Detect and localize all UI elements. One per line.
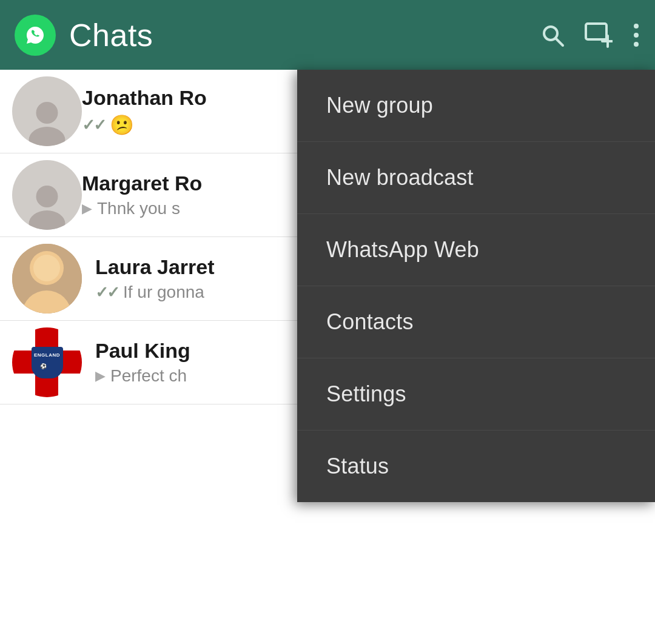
- play-icon-margaret: ▶: [82, 201, 92, 216]
- menu-item-whatsapp-web[interactable]: WhatsApp Web: [297, 214, 655, 286]
- svg-rect-3: [586, 24, 606, 39]
- svg-point-12: [29, 210, 66, 230]
- avatar-laura: [12, 244, 82, 314]
- app-title: Chats: [69, 17, 540, 53]
- header-actions: [540, 22, 640, 49]
- svg-point-16: [33, 255, 60, 281]
- menu-item-contacts[interactable]: Contacts: [297, 286, 655, 358]
- avatar-jonathan: [12, 76, 82, 146]
- tick-icon-laura: ✓✓: [95, 283, 118, 302]
- menu-item-settings[interactable]: Settings: [297, 358, 655, 431]
- preview-text-paul: Perfect ch: [110, 366, 187, 386]
- svg-point-8: [634, 42, 639, 47]
- search-button[interactable]: [540, 22, 565, 48]
- svg-point-10: [29, 127, 66, 146]
- menu-item-new-group[interactable]: New group: [297, 70, 655, 142]
- more-options-button[interactable]: [632, 22, 640, 49]
- svg-line-2: [556, 38, 563, 45]
- context-menu: New group New broadcast WhatsApp Web Con…: [297, 70, 655, 502]
- preview-text-laura: If ur gonna: [123, 283, 204, 302]
- tick-icon: ✓✓: [82, 116, 105, 135]
- whatsapp-logo: [15, 15, 56, 56]
- play-icon-paul: ▶: [95, 368, 106, 384]
- menu-item-new-broadcast[interactable]: New broadcast: [297, 142, 655, 214]
- avatar-margaret: [12, 160, 82, 230]
- preview-text-margaret: Thnk you s: [97, 199, 180, 218]
- svg-point-6: [634, 24, 639, 29]
- svg-point-11: [36, 186, 58, 207]
- menu-item-status[interactable]: Status: [297, 431, 655, 502]
- new-chat-button[interactable]: [585, 22, 613, 48]
- svg-point-7: [634, 33, 639, 38]
- app-header: Chats: [0, 0, 655, 70]
- svg-point-9: [36, 102, 58, 124]
- avatar-paul: ENGLAND ⚽: [12, 327, 82, 397]
- svg-text:⚽: ⚽: [40, 363, 47, 370]
- emoji-preview: 😕: [110, 113, 134, 136]
